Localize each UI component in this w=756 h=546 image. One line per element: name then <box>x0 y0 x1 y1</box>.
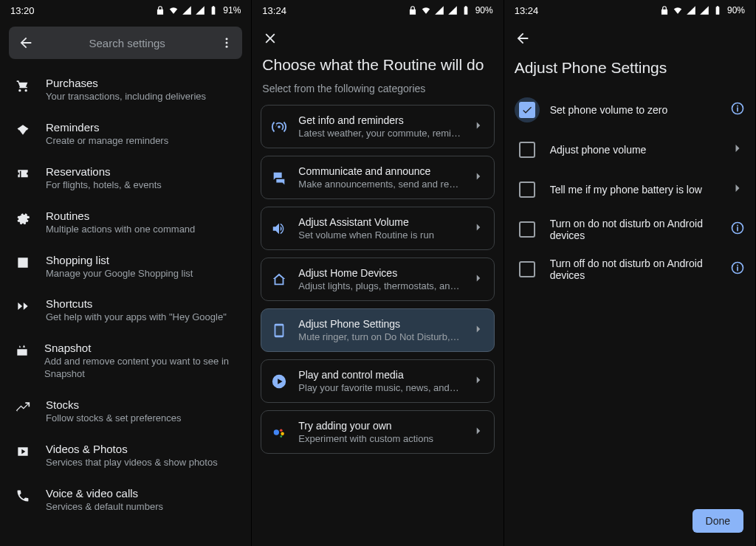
battery-text: 90% <box>475 5 493 15</box>
item-subtitle: Services that play videos & show photos <box>46 457 218 469</box>
signal-icon <box>182 5 192 15</box>
checkbox-wrap[interactable] <box>515 97 540 122</box>
option-tell-me-if-my-phone-battery-is-low[interactable]: Tell me if my phone battery is low <box>509 170 751 210</box>
wifi-icon <box>673 5 683 15</box>
home-icon <box>270 272 288 288</box>
vpn-icon <box>659 5 670 15</box>
checkbox[interactable] <box>519 261 535 277</box>
checkbox-wrap[interactable] <box>515 257 540 282</box>
chevron-right-icon <box>472 119 485 135</box>
settings-item-reservations[interactable]: Reservations For flights, hotels, & even… <box>0 156 251 201</box>
chevron-right-icon <box>472 322 485 339</box>
settings-item-voice-video-calls[interactable]: Voice & video calls Services & default n… <box>0 478 251 522</box>
item-title: Voice & video calls <box>46 487 163 500</box>
page-title: Adjust Phone Settings <box>504 56 755 90</box>
back-icon[interactable] <box>18 35 34 51</box>
chevron-right-icon[interactable] <box>730 141 745 156</box>
svg-point-0 <box>226 38 228 40</box>
settings-item-snapshot[interactable]: Snapshot Add and remove content you want… <box>0 333 251 390</box>
bell-icon <box>15 121 31 137</box>
card-subtitle: Adjust lights, plugs, thermostats, and … <box>298 280 461 291</box>
option-label: Adjust phone volume <box>550 144 720 156</box>
option-turn-off-do-not-disturb-on-android-devices[interactable]: Turn off do not disturb on Android devic… <box>509 249 751 289</box>
chat-icon <box>270 170 288 186</box>
vpn-icon <box>408 5 418 15</box>
item-subtitle: Services & default numbers <box>46 501 163 514</box>
checkbox[interactable] <box>519 221 535 238</box>
chevron-right-icon[interactable] <box>730 181 745 196</box>
item-title: Stocks <box>46 398 182 411</box>
category-card-try-adding-your-own[interactable]: Try adding your own Experiment with cust… <box>261 410 494 454</box>
status-icons: 91% <box>155 5 241 15</box>
signal-icon <box>195 5 205 15</box>
info-icon[interactable] <box>730 221 745 235</box>
category-card-communicate-and-announce[interactable]: Communicate and announce Make announceme… <box>261 156 494 199</box>
settings-item-routines[interactable]: Routines Multiple actions with one comma… <box>0 201 251 245</box>
clock: 13:24 <box>515 5 539 16</box>
phone-icon <box>15 487 31 503</box>
page-title: Choose what the Routine will do <box>262 56 492 74</box>
option-adjust-phone-volume[interactable]: Adjust phone volume <box>509 130 751 170</box>
page-subtitle: Select from the following categories <box>262 83 492 94</box>
done-button[interactable]: Done <box>693 509 743 533</box>
checkbox[interactable] <box>519 182 535 198</box>
category-card-adjust-assistant-volume[interactable]: Adjust Assistant Volume Set volume when … <box>261 207 494 250</box>
clock: 13:24 <box>262 5 286 16</box>
search-bar[interactable]: Search settings <box>9 27 242 59</box>
info-icon[interactable] <box>730 101 745 116</box>
cart-icon <box>15 77 31 93</box>
item-subtitle: Create or manage reminders <box>46 135 168 148</box>
close-icon[interactable] <box>262 30 278 46</box>
card-title: Adjust Assistant Volume <box>298 216 461 228</box>
category-card-adjust-home-devices[interactable]: Adjust Home Devices Adjust lights, plugs… <box>261 258 494 301</box>
checkbox-wrap[interactable] <box>515 137 540 162</box>
topbar <box>504 21 755 56</box>
wifi-icon <box>421 5 431 15</box>
settings-item-videos-photos[interactable]: Videos & Photos Services that play video… <box>0 434 251 478</box>
status-icons: 90% <box>408 5 493 15</box>
play-icon <box>270 373 288 390</box>
more-icon[interactable] <box>220 36 233 49</box>
option-label: Tell me if my phone battery is low <box>550 184 720 196</box>
info-icon[interactable] <box>730 260 745 275</box>
checkbox-wrap[interactable] <box>515 177 540 202</box>
chevron-right-icon <box>472 373 485 390</box>
option-set-phone-volume-to-zero[interactable]: Set phone volume to zero <box>509 90 751 130</box>
video-icon <box>15 443 31 459</box>
category-card-get-info-and-reminders[interactable]: Get info and reminders Latest weather, y… <box>261 105 494 148</box>
battery-icon <box>712 5 723 15</box>
card-title: Try adding your own <box>298 420 461 432</box>
status-bar: 13:20 91% <box>0 0 251 21</box>
chevron-right-icon <box>472 170 485 186</box>
option-turn-on-do-not-disturb-on-android-devices[interactable]: Turn on do not disturb on Android device… <box>509 210 751 249</box>
category-card-adjust-phone-settings[interactable]: Adjust Phone Settings Mute ringer, turn … <box>261 308 494 352</box>
settings-item-purchases[interactable]: Purchases Your transactions, including d… <box>0 68 251 112</box>
settings-item-shopping-list[interactable]: Shopping list Manage your Google Shoppin… <box>0 245 251 289</box>
card-subtitle: Set volume when Routine is run <box>298 229 461 241</box>
options-list: Set phone volume to zero Adjust phone vo… <box>504 90 755 289</box>
svg-point-1 <box>226 42 228 44</box>
settings-list: Purchases Your transactions, including d… <box>0 65 251 525</box>
status-bar: 13:24 90% <box>504 0 755 21</box>
item-subtitle: Follow stocks & set preferences <box>46 412 182 425</box>
settings-item-reminders[interactable]: Reminders Create or manage reminders <box>0 112 251 156</box>
topbar <box>252 21 503 56</box>
item-subtitle: For flights, hotels, & events <box>46 179 162 192</box>
ff-icon <box>15 297 31 314</box>
back-icon[interactable] <box>515 30 531 46</box>
assistant-icon <box>270 424 288 440</box>
item-title: Shortcuts <box>46 297 227 310</box>
signal-icon <box>699 5 709 15</box>
signal-icon <box>686 5 696 15</box>
settings-item-stocks[interactable]: Stocks Follow stocks & set preferences <box>0 390 251 434</box>
item-title: Reservations <box>46 165 162 178</box>
checkbox[interactable] <box>519 142 535 158</box>
option-label: Turn off do not disturb on Android devic… <box>550 258 720 281</box>
card-title: Get info and reminders <box>298 114 461 126</box>
category-card-play-and-control-media[interactable]: Play and control media Play your favorit… <box>261 359 494 403</box>
settings-list-panel: 13:20 91% Search settings Purchases Your… <box>0 0 252 546</box>
settings-item-shortcuts[interactable]: Shortcuts Get help with your apps with "… <box>0 288 251 333</box>
checkbox[interactable] <box>519 102 535 118</box>
battery-icon <box>461 5 471 15</box>
checkbox-wrap[interactable] <box>515 217 540 242</box>
